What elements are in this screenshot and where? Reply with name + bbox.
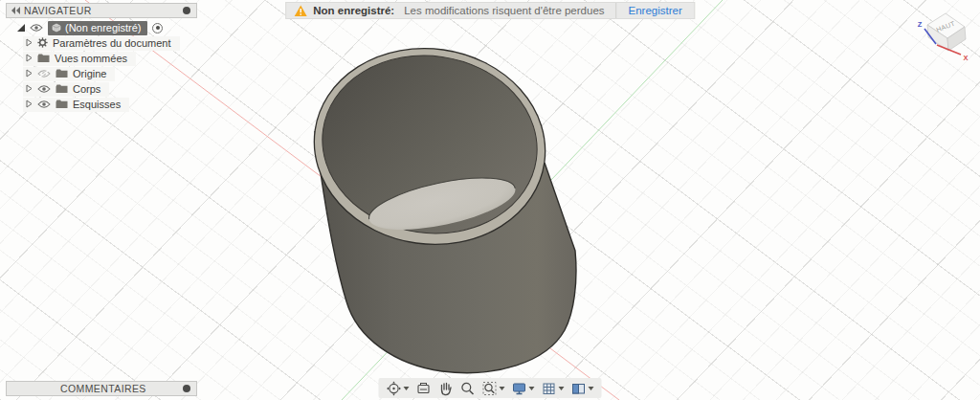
dropdown-caret-icon[interactable] (500, 387, 505, 390)
collapsed-arrow-icon[interactable] (26, 69, 33, 78)
x-axis-label: X (963, 54, 968, 62)
display-settings-icon (512, 381, 527, 396)
document-selected-highlight[interactable]: (Non enregistré) (48, 21, 147, 35)
browser-tree: (Non enregistré) Paramètres du document (0, 20, 180, 112)
collapse-panel-icon[interactable] (11, 7, 20, 14)
collapsed-arrow-icon[interactable] (26, 38, 33, 47)
expanded-arrow-icon[interactable] (17, 24, 25, 32)
tree-row-bodies[interactable]: Corps (0, 81, 180, 97)
eye-icon[interactable] (30, 23, 43, 33)
viewports-icon (571, 381, 587, 396)
dropdown-caret-icon[interactable] (529, 387, 535, 390)
tree-row-named-views[interactable]: Vues nommées (0, 51, 180, 66)
tree-row-sketches[interactable]: Esquisses (0, 97, 180, 112)
collapsed-arrow-icon[interactable] (26, 54, 33, 62)
panel-options-icon[interactable] (183, 385, 190, 392)
folder-icon (37, 54, 50, 63)
collapsed-arrow-icon[interactable] (26, 100, 33, 108)
navigation-toolbar (379, 378, 602, 398)
dropdown-caret-icon[interactable] (589, 387, 594, 390)
tree-item-label: Corps (73, 83, 100, 95)
fusion360-viewport: { "navigator_panel": { "title": "NAVIGAT… (0, 0, 980, 400)
tree-item-label: Paramètres du document (53, 37, 171, 49)
folder-icon (56, 100, 68, 109)
banner-message: Les modifications risquent d'être perdue… (404, 5, 604, 16)
dropdown-caret-icon[interactable] (404, 387, 410, 390)
zoom-icon (460, 381, 476, 396)
gear-icon (37, 37, 48, 48)
navigator-title: NAVIGATEUR (24, 5, 92, 16)
cylinder-body[interactable] (301, 33, 576, 372)
activate-component-radio[interactable] (152, 23, 163, 33)
tree-row-document[interactable]: (Non enregistré) (0, 20, 180, 35)
grid-icon (542, 381, 557, 396)
pan-button[interactable] (436, 380, 456, 397)
viewports-button[interactable] (569, 380, 596, 397)
tree-item-label: Origine (73, 68, 106, 79)
warning-icon (294, 5, 307, 17)
comments-title: COMMENTAIRES (7, 383, 146, 394)
dropdown-caret-icon[interactable] (559, 387, 565, 390)
unsaved-banner: Non enregistré: Les modifications risque… (285, 2, 695, 19)
panel-options-icon[interactable] (183, 7, 190, 14)
tree-row-origin[interactable]: Origine (0, 66, 180, 81)
folder-icon (56, 69, 68, 78)
eye-hidden-icon[interactable] (37, 69, 51, 78)
collapsed-arrow-icon[interactable] (26, 84, 33, 93)
document-cube-icon (52, 23, 61, 33)
display-settings-button[interactable] (510, 380, 537, 397)
tree-item-label: Vues nommées (55, 53, 127, 64)
eye-icon[interactable] (37, 100, 51, 109)
look-at-button[interactable] (414, 380, 434, 397)
grid-and-snaps-button[interactable] (540, 380, 567, 397)
save-button[interactable]: Enregistrer (617, 5, 694, 16)
look-at-icon (416, 381, 432, 396)
fit-button[interactable] (480, 380, 507, 397)
tree-item-label: Esquisses (73, 99, 121, 110)
fit-icon (482, 381, 498, 396)
folder-icon (56, 84, 68, 94)
orbit-icon (387, 381, 402, 396)
zoom-button[interactable] (458, 380, 478, 397)
comments-panel-header[interactable]: COMMENTAIRES (6, 381, 197, 396)
pan-hand-icon (438, 381, 454, 396)
eye-icon[interactable] (37, 84, 51, 94)
navigator-panel-header[interactable]: NAVIGATEUR (6, 3, 197, 18)
tree-row-document-settings[interactable]: Paramètres du document (0, 35, 180, 51)
banner-title: Non enregistré: (313, 5, 394, 16)
orbit-button[interactable] (385, 380, 412, 397)
document-name: (Non enregistré) (65, 22, 141, 33)
view-cube[interactable]: HAUT Z X (918, 13, 969, 62)
z-axis-label: Z (918, 20, 923, 29)
